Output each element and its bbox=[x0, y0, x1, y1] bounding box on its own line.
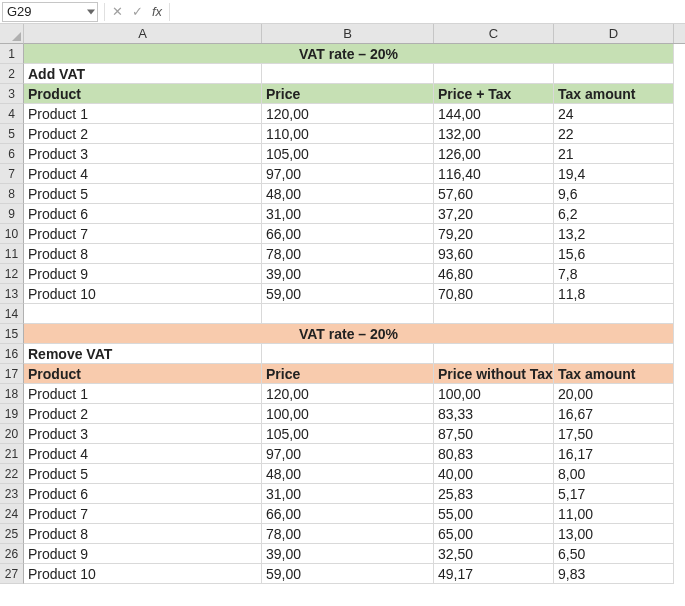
select-all-corner[interactable] bbox=[0, 24, 24, 44]
cell-product[interactable]: Product 6 bbox=[24, 484, 262, 504]
row-header-7[interactable]: 7 bbox=[0, 164, 24, 184]
cell-tax-amount[interactable]: 22 bbox=[554, 124, 674, 144]
cell-price-tax[interactable]: 126,00 bbox=[434, 144, 554, 164]
cell-price[interactable]: 78,00 bbox=[262, 524, 434, 544]
cell-price-no-tax[interactable]: 100,00 bbox=[434, 384, 554, 404]
cell-tax-amount[interactable]: 19,4 bbox=[554, 164, 674, 184]
cell-D2[interactable] bbox=[554, 64, 674, 84]
cell-price[interactable]: 110,00 bbox=[262, 124, 434, 144]
cell-C14[interactable] bbox=[434, 304, 554, 324]
cell-price[interactable]: 66,00 bbox=[262, 504, 434, 524]
cell-D16[interactable] bbox=[554, 344, 674, 364]
row-header-15[interactable]: 15 bbox=[0, 324, 24, 344]
cell-product[interactable]: Product 10 bbox=[24, 564, 262, 584]
cell-product[interactable]: Product 3 bbox=[24, 424, 262, 444]
cell-product[interactable]: Product 10 bbox=[24, 284, 262, 304]
cell-tax-amount[interactable]: 8,00 bbox=[554, 464, 674, 484]
cell-tax-amount[interactable]: 13,00 bbox=[554, 524, 674, 544]
cell-product[interactable]: Product 9 bbox=[24, 544, 262, 564]
cell-product[interactable]: Product 7 bbox=[24, 504, 262, 524]
row-header-12[interactable]: 12 bbox=[0, 264, 24, 284]
cell-price[interactable]: 31,00 bbox=[262, 204, 434, 224]
hdr-product[interactable]: Product bbox=[24, 84, 262, 104]
cell-tax-amount[interactable]: 11,8 bbox=[554, 284, 674, 304]
cell-price[interactable]: 31,00 bbox=[262, 484, 434, 504]
cell-price[interactable]: 78,00 bbox=[262, 244, 434, 264]
cell-product[interactable]: Product 8 bbox=[24, 244, 262, 264]
row-header-21[interactable]: 21 bbox=[0, 444, 24, 464]
cell-product[interactable]: Product 3 bbox=[24, 144, 262, 164]
cell-tax-amount[interactable]: 9,83 bbox=[554, 564, 674, 584]
col-header-B[interactable]: B bbox=[262, 24, 434, 43]
cell-tax-amount[interactable]: 6,50 bbox=[554, 544, 674, 564]
cell-product[interactable]: Product 1 bbox=[24, 384, 262, 404]
cell-product[interactable]: Product 1 bbox=[24, 104, 262, 124]
cell-C16[interactable] bbox=[434, 344, 554, 364]
row-header-22[interactable]: 22 bbox=[0, 464, 24, 484]
cell-price-tax[interactable]: 116,40 bbox=[434, 164, 554, 184]
cell-product[interactable]: Product 9 bbox=[24, 264, 262, 284]
spreadsheet-grid[interactable]: A B C D 1VAT rate – 20%2Add VAT3ProductP… bbox=[0, 24, 685, 584]
cell-product[interactable]: Product 2 bbox=[24, 124, 262, 144]
cell-product[interactable]: Product 7 bbox=[24, 224, 262, 244]
cell-product[interactable]: Product 2 bbox=[24, 404, 262, 424]
cell-product[interactable]: Product 4 bbox=[24, 444, 262, 464]
cell-price[interactable]: 66,00 bbox=[262, 224, 434, 244]
cell-price[interactable]: 48,00 bbox=[262, 184, 434, 204]
row-header-2[interactable]: 2 bbox=[0, 64, 24, 84]
cell-price-tax[interactable]: 70,80 bbox=[434, 284, 554, 304]
cell-tax-amount[interactable]: 7,8 bbox=[554, 264, 674, 284]
cell-B14[interactable] bbox=[262, 304, 434, 324]
cell-D14[interactable] bbox=[554, 304, 674, 324]
cell-product[interactable]: Product 5 bbox=[24, 184, 262, 204]
cell-product[interactable]: Product 6 bbox=[24, 204, 262, 224]
cell-tax-amount[interactable]: 21 bbox=[554, 144, 674, 164]
cell-price[interactable]: 120,00 bbox=[262, 384, 434, 404]
cell-tax-amount[interactable]: 5,17 bbox=[554, 484, 674, 504]
hdr-product-2[interactable]: Product bbox=[24, 364, 262, 384]
add-vat-title[interactable]: VAT rate – 20% bbox=[24, 44, 674, 64]
row-header-20[interactable]: 20 bbox=[0, 424, 24, 444]
cell-tax-amount[interactable]: 13,2 bbox=[554, 224, 674, 244]
hdr-price-2[interactable]: Price bbox=[262, 364, 434, 384]
cell-tax-amount[interactable]: 16,17 bbox=[554, 444, 674, 464]
row-header-10[interactable]: 10 bbox=[0, 224, 24, 244]
row-header-1[interactable]: 1 bbox=[0, 44, 24, 64]
name-box[interactable]: G29 bbox=[2, 2, 98, 22]
cell-price-tax[interactable]: 46,80 bbox=[434, 264, 554, 284]
add-vat-label[interactable]: Add VAT bbox=[24, 64, 262, 84]
cell-C2[interactable] bbox=[434, 64, 554, 84]
cell-price-tax[interactable]: 132,00 bbox=[434, 124, 554, 144]
row-header-24[interactable]: 24 bbox=[0, 504, 24, 524]
row-header-25[interactable]: 25 bbox=[0, 524, 24, 544]
cell-tax-amount[interactable]: 20,00 bbox=[554, 384, 674, 404]
row-header-23[interactable]: 23 bbox=[0, 484, 24, 504]
cell-tax-amount[interactable]: 17,50 bbox=[554, 424, 674, 444]
cell-price-no-tax[interactable]: 87,50 bbox=[434, 424, 554, 444]
cell-price[interactable]: 97,00 bbox=[262, 444, 434, 464]
cell-product[interactable]: Product 4 bbox=[24, 164, 262, 184]
col-header-D[interactable]: D bbox=[554, 24, 674, 43]
cell-B2[interactable] bbox=[262, 64, 434, 84]
row-header-6[interactable]: 6 bbox=[0, 144, 24, 164]
cell-price[interactable]: 39,00 bbox=[262, 264, 434, 284]
cell-price-tax[interactable]: 37,20 bbox=[434, 204, 554, 224]
cell-price[interactable]: 39,00 bbox=[262, 544, 434, 564]
cell-price[interactable]: 105,00 bbox=[262, 144, 434, 164]
chevron-down-icon[interactable] bbox=[87, 9, 95, 14]
hdr-price[interactable]: Price bbox=[262, 84, 434, 104]
cell-price[interactable]: 48,00 bbox=[262, 464, 434, 484]
cell-tax-amount[interactable]: 15,6 bbox=[554, 244, 674, 264]
cell-price[interactable]: 105,00 bbox=[262, 424, 434, 444]
cell-tax-amount[interactable]: 11,00 bbox=[554, 504, 674, 524]
fx-icon[interactable]: fx bbox=[147, 2, 167, 22]
cell-price-tax[interactable]: 93,60 bbox=[434, 244, 554, 264]
row-header-4[interactable]: 4 bbox=[0, 104, 24, 124]
row-header-3[interactable]: 3 bbox=[0, 84, 24, 104]
row-header-16[interactable]: 16 bbox=[0, 344, 24, 364]
row-header-9[interactable]: 9 bbox=[0, 204, 24, 224]
hdr-tax-amount[interactable]: Tax amount bbox=[554, 84, 674, 104]
cell-price-tax[interactable]: 57,60 bbox=[434, 184, 554, 204]
cell-price-no-tax[interactable]: 25,83 bbox=[434, 484, 554, 504]
cell-price[interactable]: 59,00 bbox=[262, 564, 434, 584]
